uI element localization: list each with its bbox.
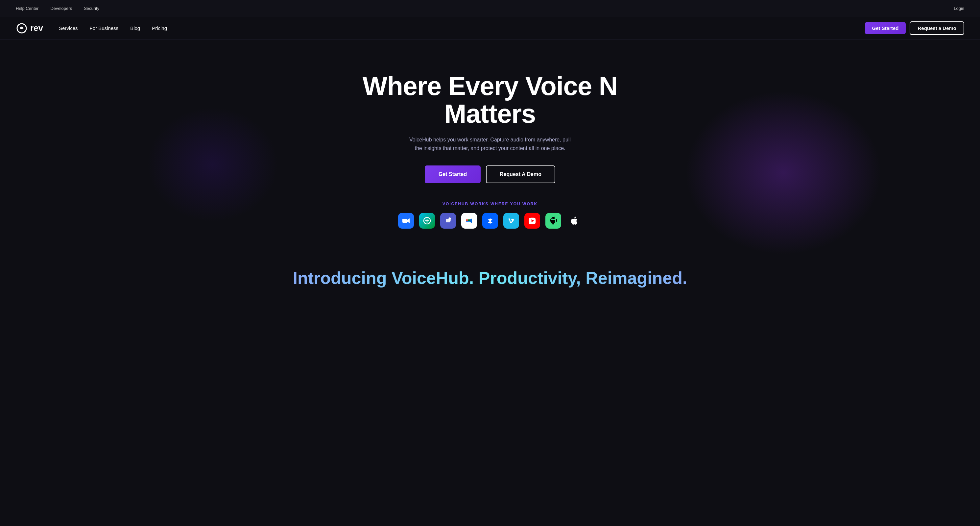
dropbox-icon [482,213,498,229]
introducing-section: Introducing VoiceHub. Productivity, Reim… [0,255,980,295]
login-link[interactable]: Login [954,6,964,11]
security-link[interactable]: Security [84,6,99,11]
services-nav-link[interactable]: Services [59,26,78,31]
svg-marker-15 [488,218,492,221]
svg-marker-11 [470,218,472,223]
webex-icon [419,213,435,229]
nav-left: rev Services For Business Blog Pricing [16,22,167,34]
svg-point-2 [21,27,23,29]
for-business-nav-link[interactable]: For Business [90,26,119,31]
integration-icons [398,213,582,229]
hero-request-demo-button[interactable]: Request A Demo [486,166,555,183]
zoom-icon [398,213,414,229]
hero-title: Where Every Voice N Matters [342,72,638,128]
nav-right: Get Started Request a Demo [865,21,964,35]
works-where-label: VOICEHUB WORKS WHERE YOU WORK [442,202,538,206]
svg-rect-3 [402,219,407,223]
works-where: VOICEHUB WORKS WHERE YOU WORK [398,202,582,229]
top-bar-links: Help Center Developers Security [16,6,99,11]
help-center-link[interactable]: Help Center [16,6,38,11]
svg-rect-13 [466,221,470,222]
google-meet-icon [461,213,477,229]
teams-icon [440,213,456,229]
svg-point-10 [449,217,451,219]
apple-icon [566,213,582,229]
android-icon [546,213,561,229]
hero-buttons: Get Started Request A Demo [425,166,555,183]
youtube-icon [524,213,540,229]
introducing-title: Introducing VoiceHub. Productivity, Reim… [16,268,964,288]
logo-text: rev [30,23,43,33]
vimeo-icon [503,213,519,229]
developers-link[interactable]: Developers [50,6,72,11]
hero-subtitle: VoiceHub helps you work smarter. Capture… [408,135,572,152]
nav-links: Services For Business Blog Pricing [59,26,167,31]
nav-get-started-button[interactable]: Get Started [865,22,906,34]
hero-section: Where Every Voice N Matters VoiceHub hel… [0,40,980,255]
top-bar: Help Center Developers Security Login [0,0,980,17]
pricing-nav-link[interactable]: Pricing [152,26,167,31]
rev-logo-icon [16,22,28,34]
svg-marker-4 [407,218,410,223]
hero-get-started-button[interactable]: Get Started [425,166,480,183]
blog-nav-link[interactable]: Blog [130,26,140,31]
main-nav: rev Services For Business Blog Pricing G… [0,17,980,40]
nav-request-demo-button[interactable]: Request a Demo [910,21,964,35]
logo[interactable]: rev [16,22,43,34]
